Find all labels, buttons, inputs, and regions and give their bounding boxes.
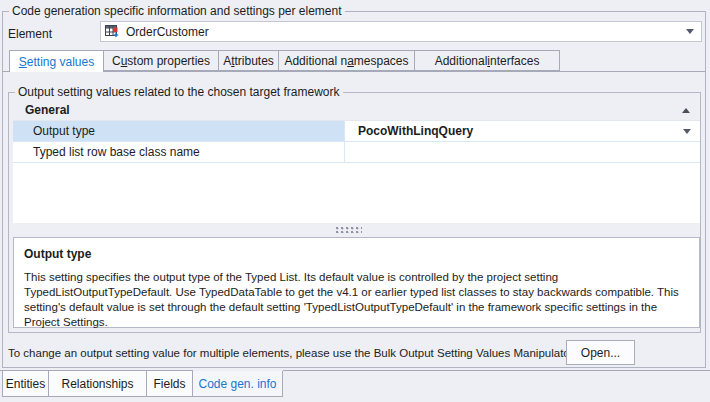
tab-label: Additional bbox=[435, 54, 488, 68]
tab-label: nterfaces bbox=[490, 54, 539, 68]
category-row-general[interactable]: General bbox=[13, 100, 700, 121]
typed-list-table-icon bbox=[105, 24, 120, 39]
bottom-tab-relationships[interactable]: Relationships bbox=[48, 371, 147, 397]
tab-label: S bbox=[19, 55, 27, 69]
tab-label: u bbox=[121, 54, 128, 68]
chevron-down-icon[interactable] bbox=[686, 29, 694, 34]
outer-groupbox-title: Code generation specific information and… bbox=[9, 4, 345, 18]
grid-row-typed-list-base-class[interactable]: Typed list row base class name bbox=[13, 142, 700, 163]
tab-label: Code gen. info bbox=[198, 377, 276, 391]
output-type-editor[interactable]: PocoWithLinqQuery bbox=[345, 121, 700, 141]
element-combobox-value: OrderCustomer bbox=[126, 25, 209, 39]
tab-label: a bbox=[347, 54, 354, 68]
bottom-tab-fields[interactable]: Fields bbox=[146, 371, 193, 397]
tab-label: etting values bbox=[27, 55, 94, 69]
tab-label: Fields bbox=[153, 377, 185, 391]
category-label: General bbox=[25, 103, 70, 117]
bottom-tab-code-gen-info[interactable]: Code gen. info bbox=[192, 371, 283, 397]
description-panel: Output type This setting specifies the o… bbox=[13, 237, 700, 328]
bottom-tab-entities[interactable]: Entities bbox=[2, 371, 49, 397]
description-title: Output type bbox=[24, 247, 689, 261]
chevron-down-icon[interactable] bbox=[683, 129, 691, 134]
element-label: Element bbox=[8, 27, 52, 41]
tab-label: A bbox=[223, 54, 231, 68]
tab-strip-baseline bbox=[2, 71, 706, 72]
splitter-drag-dots-icon[interactable] bbox=[336, 227, 362, 233]
typed-list-base-class-value[interactable] bbox=[345, 142, 700, 162]
row-label[interactable]: Typed list row base class name bbox=[13, 142, 345, 162]
row-label[interactable]: Output type bbox=[13, 121, 345, 141]
tab-label: Relationships bbox=[61, 377, 133, 391]
bulk-manipulator-text: To change an output setting value for mu… bbox=[8, 347, 574, 359]
tab-additional-interfaces[interactable]: Additional interfaces bbox=[414, 50, 560, 71]
tab-setting-values[interactable]: Setting values bbox=[9, 50, 104, 72]
open-button[interactable]: Open... bbox=[566, 340, 635, 365]
tab-label: mespaces bbox=[354, 54, 409, 68]
grid-row-output-type[interactable]: Output type PocoWithLinqQuery bbox=[13, 121, 700, 142]
tab-label: Entities bbox=[6, 377, 45, 391]
element-combobox[interactable]: OrderCustomer bbox=[100, 21, 702, 42]
bottom-tab-strip-line bbox=[283, 370, 710, 371]
output-settings-groupbox-title: Output setting values related to the cho… bbox=[15, 85, 343, 99]
description-body: This setting specifies the output type o… bbox=[24, 270, 689, 330]
tab-additional-namespaces[interactable]: Additional namespaces bbox=[278, 50, 415, 71]
tab-custom-properties[interactable]: Custom properties bbox=[103, 50, 219, 71]
tab-attributes[interactable]: Attributes bbox=[218, 50, 279, 71]
output-type-value: PocoWithLinqQuery bbox=[358, 124, 473, 138]
tab-label: C bbox=[112, 54, 121, 68]
tab-label: Additional n bbox=[284, 54, 347, 68]
tab-label: stom properties bbox=[127, 54, 210, 68]
chevron-up-icon[interactable] bbox=[682, 108, 690, 113]
settings-grid: General Output type PocoWithLinqQuery Ty… bbox=[13, 100, 700, 223]
tab-label: tributes bbox=[235, 54, 274, 68]
